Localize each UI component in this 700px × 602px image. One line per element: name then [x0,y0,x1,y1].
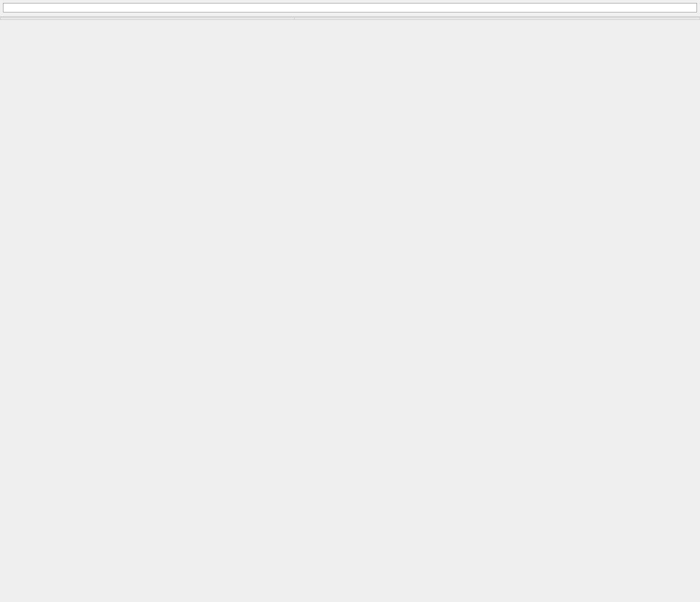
watch-table-container [0,17,700,20]
expression-input[interactable] [3,3,697,12]
column-name-header [0,17,295,20]
column-value-header [294,17,700,20]
watch-table [0,17,700,20]
expression-section [0,0,700,17]
table-header-row [0,17,700,20]
